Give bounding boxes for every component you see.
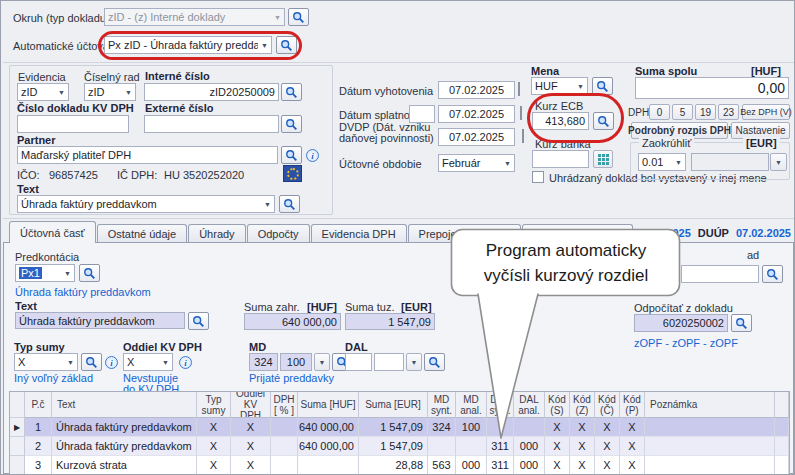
table-cell[interactable]: Úhrada faktúry preddavkom [52,437,197,456]
tab-uctovna-cast[interactable]: Účtovná časť [9,221,96,243]
table-cell[interactable]: 640 000,00 [298,418,359,437]
table-cell[interactable]: 000 [514,456,545,475]
table-cell[interactable] [298,456,359,475]
acc-text-magnifier-button[interactable] [188,312,209,330]
table-cell[interactable] [775,437,789,456]
typ-sumy-select[interactable]: X ▼ [14,353,78,371]
table-cell[interactable]: 311 [487,437,514,456]
table-cell[interactable] [428,437,456,456]
dph-rate-5-button[interactable]: 5 [672,104,693,120]
table-cell[interactable]: X [620,456,645,475]
table-cell[interactable]: X [231,437,271,456]
kurz-ecb-field[interactable]: 413,680 [532,112,589,130]
partner-info-icon[interactable]: i [306,149,319,162]
table-cell[interactable]: 100 [456,418,487,437]
md-dropdown-button[interactable]: ▼ [314,353,330,371]
md-synt-field[interactable]: 324 [249,353,278,371]
zaokruhlit-select[interactable]: 0.01 ▼ [638,153,686,171]
externe-cislo-field[interactable] [144,115,279,133]
uctovne-obdobie-select[interactable]: Február ▼ [438,154,515,172]
table-cell[interactable]: 311 [487,456,514,475]
evidencia-select[interactable]: zID ▼ [17,83,69,101]
typ-sumy-help-icon[interactable]: i [105,356,118,369]
kurz-banka-field[interactable] [532,150,589,168]
tab-prepojene-doklady[interactable]: Prepojené doklady [408,224,521,243]
md-anal-field[interactable]: 100 [280,353,312,371]
hradeny-doklad-magnifier-button[interactable] [762,265,783,283]
table-cell[interactable]: 3 [25,456,52,475]
interne-cislo-magnifier-button[interactable] [281,83,302,101]
odpocitat-magnifier-button[interactable] [731,314,752,332]
dph-rate-23-button[interactable]: 23 [718,104,739,120]
table-cell[interactable]: X [197,437,231,456]
predkontacia-magnifier-button[interactable] [79,264,100,282]
table-cell[interactable]: 1 547,09 [359,437,428,456]
datum-vyhotovenia-field[interactable]: 07.02.2025 [438,81,515,99]
dal-anal-field[interactable] [374,353,404,371]
bez-dph-button[interactable]: Bez DPH (V) [742,104,790,120]
table-cell[interactable] [645,418,775,437]
doc-text-magnifier-button[interactable] [279,195,300,213]
doc-text-select[interactable]: Úhrada faktúry preddavkom ▼ [17,195,275,213]
table-cell[interactable]: X [570,437,595,456]
table-cell[interactable]: Úhrada faktúry preddavkom [52,418,197,437]
kvdph-cislo-field[interactable] [17,115,129,133]
odpocitat-field[interactable]: 6020250002 [634,314,728,332]
oddiel-kv-dph-select[interactable]: X ▼ [123,353,173,371]
table-cell[interactable]: X [545,456,570,475]
dvdp-field[interactable]: 07.02.2025 [438,128,515,146]
table-cell[interactable]: X [595,437,620,456]
table-cell[interactable]: X [545,418,570,437]
ciselny-rad-select[interactable]: zID ▼ [84,83,136,101]
table-cell[interactable] [487,418,514,437]
table-cell[interactable] [645,437,775,456]
dal-magnifier-button[interactable] [424,353,445,371]
table-cell[interactable]: X [570,456,595,475]
table-cell[interactable]: X [620,437,645,456]
table-cell[interactable] [514,418,545,437]
okruh-magnifier-button[interactable] [288,8,309,26]
table-cell[interactable]: 640 000,00 [298,437,359,456]
mena-select[interactable]: HUF ▼ [531,77,588,95]
oddiel-kv-dph-help-icon[interactable]: i [179,356,192,369]
table-cell[interactable]: Kurzová strata [52,456,197,475]
predkontacia-select[interactable]: Px1 ▼ [15,264,75,282]
table-cell[interactable]: 1 547,09 [359,418,428,437]
dph-rate-0-button[interactable]: 0 [649,104,670,120]
tab-uhrady[interactable]: Úhrady [188,224,245,243]
table-cell[interactable]: 2 [25,437,52,456]
calendar-icon[interactable] [520,106,522,120]
table-cell[interactable]: 1 [25,418,52,437]
table-cell[interactable]: 000 [456,456,487,475]
auto-uctovanie-select[interactable]: Px zID - Úhrada faktúry preddavkom ▼ [104,36,272,54]
eu-vies-button[interactable] [283,165,302,182]
calendar-icon[interactable] [522,129,524,143]
table-cell[interactable]: X [231,456,271,475]
table-cell[interactable]: X [620,418,645,437]
table-row[interactable]: ▶1Úhrada faktúry preddavkomXX640 000,001… [10,418,789,437]
table-cell[interactable] [645,456,775,475]
paid-in-other-currency-checkbox[interactable] [532,171,544,183]
calendar-icon[interactable] [518,82,520,96]
partner-field[interactable]: Maďarský platiteľ DPH [17,146,278,164]
table-cell[interactable]: X [197,456,231,475]
tab-odpocty[interactable]: Odpočty [247,224,310,243]
dal-synt-field[interactable] [345,353,372,371]
table-cell[interactable] [271,437,298,456]
dal-dropdown-button[interactable]: ▼ [406,353,422,371]
table-cell[interactable]: 28,88 [359,456,428,475]
table-cell[interactable] [775,418,789,437]
table-cell[interactable] [775,456,789,475]
table-cell[interactable]: 000 [514,437,545,456]
datum-splatnosti-field[interactable]: 07.02.2025 [438,105,515,123]
table-cell[interactable]: X [595,418,620,437]
table-row[interactable]: 3Kurzová strataXX28,88563000311000XXXX [10,456,789,475]
table-row[interactable]: 2Úhrada faktúry preddavkomXX640 000,001 … [10,437,789,456]
externe-cislo-magnifier-button[interactable] [281,115,302,133]
kurz-ecb-magnifier-button[interactable] [593,112,614,130]
table-cell[interactable]: X [545,437,570,456]
acc-text-field[interactable]: Úhrada faktúry preddavkom [15,312,185,329]
table-cell[interactable] [456,437,487,456]
tab-evidencia-dph[interactable]: Evidencia DPH [311,224,407,243]
tab-ostatne-udaje[interactable]: Ostatné údaje [97,224,188,243]
